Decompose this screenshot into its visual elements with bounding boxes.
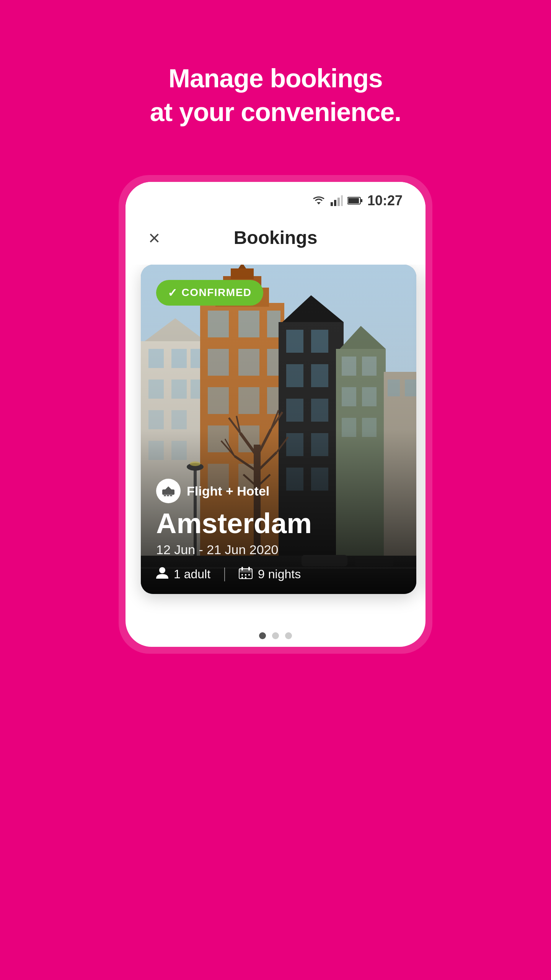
close-button[interactable]: ×	[148, 226, 160, 249]
status-icons: 10:27	[311, 193, 403, 209]
confirmed-badge: ✓ CONFIRMED	[156, 280, 263, 306]
page-title: Bookings	[234, 227, 318, 248]
svg-rect-100	[241, 577, 243, 578]
nights-label: 9 nights	[258, 567, 301, 581]
booking-type-label: Flight + Hotel	[187, 484, 269, 499]
svg-rect-2	[334, 200, 336, 206]
phone-screen: 10:27 × Bookings	[126, 182, 425, 647]
meta-divider	[224, 568, 225, 581]
nav-bar: × Bookings	[126, 215, 425, 265]
signal-icon	[331, 195, 343, 206]
wifi-icon	[311, 195, 326, 206]
svg-rect-101	[245, 577, 246, 578]
flight-hotel-icon	[156, 479, 181, 503]
pagination-dots	[126, 617, 425, 647]
status-bar: 10:27	[126, 182, 425, 215]
battery-icon	[347, 196, 363, 205]
dot-1[interactable]	[259, 632, 266, 639]
svg-rect-98	[245, 574, 246, 576]
svg-rect-97	[241, 574, 243, 576]
booking-meta: 1 adult	[156, 566, 401, 582]
svg-rect-89	[164, 494, 166, 496]
svg-rect-87	[162, 489, 174, 495]
calendar-icon	[239, 566, 253, 582]
hero-line2: at your convenience.	[150, 95, 401, 129]
svg-marker-0	[317, 202, 321, 205]
svg-rect-94	[239, 569, 252, 573]
svg-rect-3	[337, 198, 340, 206]
confirmed-text: CONFIRMED	[182, 286, 252, 299]
phone-container: 10:27 × Bookings	[119, 175, 432, 654]
cards-area: ✓ CONFIRMED	[126, 265, 425, 617]
svg-marker-88	[165, 486, 171, 489]
dot-2[interactable]	[272, 632, 279, 639]
nights-meta: 9 nights	[239, 566, 301, 582]
svg-rect-4	[341, 195, 343, 206]
city-name: Amsterdam	[156, 508, 401, 539]
date-range: 12 Jun - 21 Jun 2020	[156, 542, 401, 557]
check-icon: ✓	[168, 286, 178, 299]
phone-shell: 10:27 × Bookings	[119, 175, 432, 654]
booking-type-row: Flight + Hotel	[156, 479, 401, 503]
svg-point-92	[159, 567, 165, 573]
booking-card-amsterdam[interactable]: ✓ CONFIRMED	[141, 265, 416, 594]
svg-rect-95	[241, 567, 243, 571]
svg-rect-7	[361, 199, 362, 202]
hero-section: Manage bookings at your convenience.	[150, 0, 401, 129]
person-icon	[156, 566, 168, 582]
svg-rect-96	[248, 567, 250, 571]
card-image: ✓ CONFIRMED	[141, 265, 416, 594]
card-info-overlay: Flight + Hotel Amsterdam 12 Jun - 21 Jun…	[141, 467, 416, 594]
svg-rect-99	[248, 574, 250, 576]
adults-meta: 1 adult	[156, 566, 210, 582]
svg-rect-1	[331, 202, 333, 206]
svg-rect-6	[348, 198, 359, 203]
svg-rect-90	[167, 494, 169, 496]
adults-label: 1 adult	[174, 567, 210, 581]
dot-3[interactable]	[285, 632, 292, 639]
hero-line1: Manage bookings	[150, 61, 401, 95]
svg-rect-91	[170, 494, 172, 496]
status-time: 10:27	[367, 193, 403, 209]
